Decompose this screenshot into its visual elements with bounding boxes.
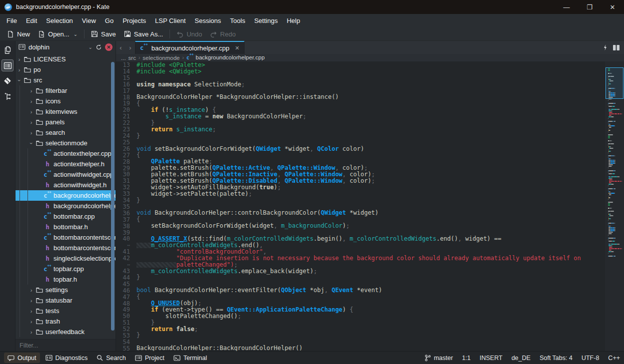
save-button[interactable]: Save: [87, 28, 120, 40]
tree-folder-panels[interactable]: ›panels: [16, 117, 116, 127]
menu-selection[interactable]: Selection: [42, 14, 77, 27]
input-mode[interactable]: INSERT: [480, 355, 502, 362]
menu-sessions[interactable]: Sessions: [190, 14, 226, 27]
menu-projects[interactable]: Projects: [118, 14, 150, 27]
breadcrumb-selectionmode[interactable]: selectionmode: [142, 55, 180, 61]
minimap-viewport[interactable]: [606, 67, 624, 99]
tree-file-bottombar-cpp[interactable]: c++bottombar.cpp: [16, 211, 116, 222]
quick-open-icon[interactable]: [603, 44, 608, 51]
expand-icon[interactable]: ›: [28, 298, 35, 304]
panel-button-terminal[interactable]: Terminal: [170, 353, 210, 363]
expand-icon[interactable]: ›: [28, 130, 35, 136]
tree-folder-statusbar[interactable]: ›statusbar: [16, 295, 116, 306]
tree-file-bottombarcontentscont-[interactable]: c++bottombarcontentscont...: [16, 232, 116, 243]
encoding[interactable]: UTF-8: [582, 355, 599, 362]
menu-edit[interactable]: Edit: [22, 14, 42, 27]
code-editor[interactable]: #include <QPalette>#include <QWidget>usi…: [136, 61, 605, 351]
expand-icon[interactable]: ›: [28, 308, 35, 314]
tree-folder-userfeedback[interactable]: ›userfeedback: [16, 327, 116, 337]
dock-documents-icon[interactable]: [2, 44, 14, 56]
expand-icon[interactable]: ›: [28, 319, 35, 325]
indent-mode[interactable]: Soft Tabs: 4: [540, 355, 572, 362]
tree-file-bottombar-h[interactable]: hbottombar.h: [16, 222, 116, 232]
expand-icon[interactable]: ›: [28, 119, 35, 125]
expand-icon[interactable]: ›: [28, 98, 35, 104]
tree-item-label: kitemviews: [46, 108, 78, 115]
titlebar: backgroundcolorhelper.cpp - Kate — ❐ ✕: [0, 0, 624, 14]
tree-folder-kitemviews[interactable]: ›kitemviews: [16, 106, 116, 117]
project-selector[interactable]: dolphin: [28, 43, 86, 51]
tree-folder-icons[interactable]: ›icons: [16, 96, 116, 106]
tree-folder-search[interactable]: ›search: [16, 127, 116, 138]
tree-file-actionwithwidget-cpp[interactable]: c++actionwithwidget.cpp: [16, 169, 116, 180]
tree-file-bottombarcontentscont-[interactable]: hbottombarcontentscont...: [16, 243, 116, 253]
tree-file-backgroundcolorhelper-c-[interactable]: c++backgroundcolorhelper.c...: [16, 190, 116, 201]
tree-folder-po[interactable]: ›po: [16, 64, 116, 75]
panel-button-output[interactable]: Output: [4, 353, 40, 363]
tree-file-topbar-h[interactable]: htopbar.h: [16, 274, 116, 285]
panel-button-project[interactable]: Project: [132, 353, 168, 363]
panel-button-search[interactable]: Search: [93, 353, 130, 363]
menu-file[interactable]: File: [2, 14, 22, 27]
open-button[interactable]: Open...⌄: [34, 28, 82, 40]
collapse-icon[interactable]: ›: [16, 76, 22, 84]
tree-scrollbar[interactable]: [111, 62, 114, 331]
dock-symbols-icon[interactable]: [2, 90, 14, 102]
open-dropdown-icon[interactable]: ⌄: [74, 31, 78, 37]
tree-folder-selectionmode[interactable]: ›selectionmode: [16, 138, 116, 148]
breadcrumb: ...src›selectionmode›c++backgroundcolorh…: [116, 54, 624, 61]
menu-lsp-client[interactable]: LSP Client: [150, 14, 190, 27]
tab-back-button[interactable]: ‹: [116, 41, 126, 54]
collapse-icon[interactable]: ›: [28, 139, 34, 147]
tree-file-topbar-cpp[interactable]: c++topbar.cpp: [16, 264, 116, 274]
minimap-scrollbar[interactable]: [605, 61, 624, 351]
git-branch-indicator[interactable]: master: [424, 355, 453, 362]
expand-icon[interactable]: ›: [28, 287, 35, 293]
refresh-project-button[interactable]: [96, 44, 102, 50]
tree-file-actiontexthelper-cpp[interactable]: c++actiontexthelper.cpp: [16, 148, 116, 159]
tab-forward-button[interactable]: ›: [126, 41, 135, 54]
tree-filter-input[interactable]: [16, 340, 116, 351]
tree-folder-filterbar[interactable]: ›filterbar: [16, 85, 116, 96]
tree-item-label: actionwithwidget.h: [54, 181, 106, 189]
menu-tools[interactable]: Tools: [226, 14, 250, 27]
project-dropdown-icon[interactable]: ⌄: [88, 44, 92, 50]
tree-file-backgroundcolorhelper-h[interactable]: hbackgroundcolorhelper.h: [16, 201, 116, 211]
expand-icon[interactable]: ›: [28, 329, 35, 335]
tree-file-actiontexthelper-h[interactable]: hactiontexthelper.h: [16, 159, 116, 169]
expand-icon[interactable]: ›: [16, 67, 23, 73]
close-button[interactable]: ✕: [601, 0, 624, 14]
expand-icon[interactable]: ›: [28, 88, 35, 94]
syntax-language[interactable]: C++: [608, 355, 620, 362]
dictionary[interactable]: de_DE: [512, 355, 530, 362]
tree-folder-trash[interactable]: ›trash: [16, 316, 116, 327]
save-as-button[interactable]: Save As...: [120, 28, 168, 40]
breadcrumb-src[interactable]: src: [128, 55, 136, 61]
menu-go[interactable]: Go: [100, 14, 118, 27]
new-button[interactable]: New: [3, 28, 34, 40]
expand-icon[interactable]: ›: [28, 109, 35, 115]
panel-button-diagnostics[interactable]: Diagnostics: [42, 353, 92, 363]
dock-projects-icon[interactable]: [2, 59, 14, 71]
tree-file-actionwithwidget-h[interactable]: hactionwithwidget.h: [16, 180, 116, 190]
breadcrumb-file[interactable]: c++backgroundcolorhelper.cpp: [186, 54, 265, 60]
tree-folder-licenses[interactable]: ›LICENSES: [16, 54, 116, 64]
expand-icon[interactable]: ›: [16, 56, 23, 62]
cursor-position[interactable]: 1:1: [462, 355, 470, 362]
tree-folder-src[interactable]: ›src: [16, 75, 116, 85]
menu-settings[interactable]: Settings: [250, 14, 282, 27]
code-line: m_colorControlledWidgets.end(),: [136, 242, 605, 249]
breadcrumb-more[interactable]: ...: [121, 55, 126, 61]
tree-folder-settings[interactable]: ›settings: [16, 285, 116, 295]
menu-help[interactable]: Help: [282, 14, 304, 27]
tab-close-icon[interactable]: ✕: [235, 45, 240, 51]
dock-git-icon[interactable]: [2, 75, 14, 87]
split-view-icon[interactable]: [612, 44, 620, 51]
tree-folder-tests[interactable]: ›tests: [16, 306, 116, 316]
maximize-button[interactable]: ❐: [578, 0, 601, 14]
minimize-button[interactable]: —: [555, 0, 578, 14]
tree-file-singleclickselectionproxy-[interactable]: hsingleclickselectionproxy...: [16, 253, 116, 264]
menu-view[interactable]: View: [78, 14, 100, 27]
folder-icon: [35, 329, 44, 335]
close-project-button[interactable]: ✕: [105, 43, 112, 51]
